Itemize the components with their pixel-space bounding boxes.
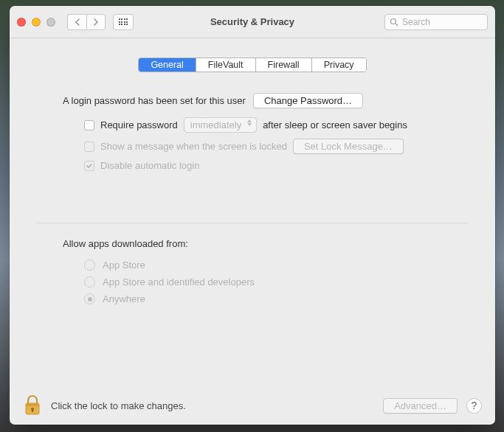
set-lock-message-button: Set Lock Message…	[293, 139, 404, 154]
search-icon	[390, 18, 398, 27]
svg-line-1	[396, 24, 398, 26]
disable-auto-login-checkbox	[84, 161, 94, 171]
allow-identified-radio	[84, 276, 95, 288]
tab-general[interactable]: General	[139, 58, 195, 72]
titlebar: Security & Privacy	[10, 6, 495, 38]
allow-appstore-radio	[84, 259, 95, 271]
back-button[interactable]	[67, 14, 86, 30]
tab-firewall[interactable]: Firewall	[255, 58, 311, 72]
lock-button[interactable]	[23, 394, 42, 417]
forward-button[interactable]	[86, 14, 106, 30]
require-password-delay-select: immediately	[184, 117, 257, 133]
require-password-checkbox[interactable]	[84, 120, 94, 130]
show-message-checkbox	[84, 142, 94, 152]
tab-privacy[interactable]: Privacy	[311, 58, 366, 72]
help-button[interactable]: ?	[466, 398, 482, 414]
grid-icon	[119, 18, 128, 25]
svg-point-0	[391, 18, 396, 24]
allow-anywhere-label: Anywhere	[103, 293, 145, 304]
change-password-button[interactable]: Change Password…	[253, 93, 363, 108]
close-window-button[interactable]	[17, 18, 26, 27]
advanced-button: Advanced…	[383, 398, 458, 414]
lock-icon	[23, 394, 42, 417]
zoom-window-button[interactable]	[46, 18, 55, 27]
search-field[interactable]	[384, 14, 488, 30]
checkmark-icon	[86, 162, 93, 170]
svg-rect-3	[26, 403, 39, 406]
require-password-label-before: Require password	[100, 119, 178, 130]
preferences-window: Security & Privacy General FileVault Fir…	[10, 6, 495, 425]
require-password-delay-value: immediately	[190, 119, 241, 130]
show-message-label: Show a message when the screen is locked	[100, 141, 287, 152]
lock-text: Click the lock to make changes.	[51, 400, 186, 411]
tab-bar: General FileVault Firewall Privacy	[138, 58, 366, 72]
updown-icon	[247, 119, 252, 126]
show-all-button[interactable]	[113, 14, 134, 30]
help-icon: ?	[472, 400, 477, 411]
disable-auto-login-label: Disable automatic login	[100, 160, 199, 171]
tab-filevault[interactable]: FileVault	[196, 58, 255, 72]
allow-apps-title: Allow apps downloaded from:	[63, 238, 469, 249]
allow-anywhere-radio	[84, 293, 95, 304]
allow-appstore-label: App Store	[103, 259, 145, 271]
login-password-message: A login password has been set for this u…	[63, 95, 246, 106]
svg-rect-5	[32, 409, 33, 412]
require-password-label-after: after sleep or screen saver begins	[263, 119, 407, 130]
search-input[interactable]	[402, 17, 483, 27]
divider	[36, 223, 469, 223]
allow-identified-label: App Store and identified developers	[103, 276, 255, 288]
chevron-right-icon	[93, 18, 99, 26]
minimize-window-button[interactable]	[32, 18, 41, 27]
chevron-left-icon	[75, 18, 80, 26]
